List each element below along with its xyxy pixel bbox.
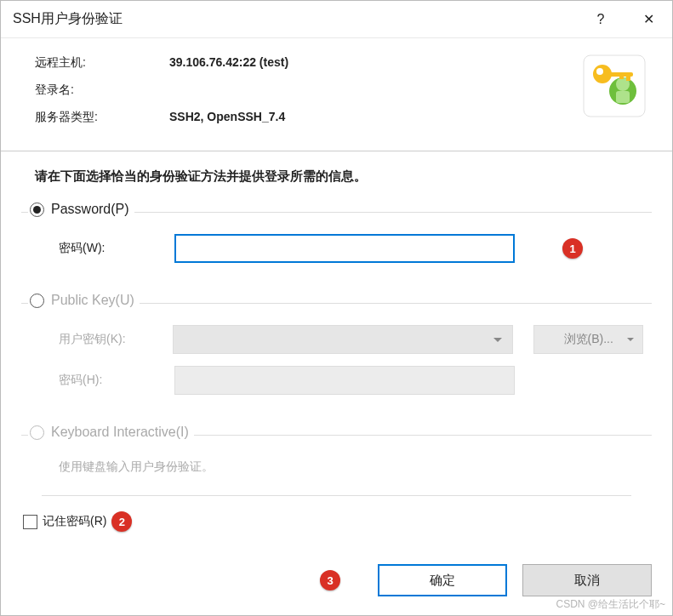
host-label: 远程主机: xyxy=(35,55,169,71)
password-field-label: 密码(W): xyxy=(42,241,174,256)
password-group: Password(P) 密码(W): 1 xyxy=(21,212,652,288)
connection-info: 远程主机: 39.106.76.42:22 (test) 登录名: 服务器类型:… xyxy=(1,38,672,151)
login-label: 登录名: xyxy=(35,83,169,98)
keyboard-radio-label: Keyboard Interactive(I) xyxy=(51,425,189,440)
instruction-text: 请在下面选择恰当的身份验证方法并提供登录所需的信息。 xyxy=(1,151,672,197)
cancel-button-label: 取消 xyxy=(574,573,600,589)
ok-button-label: 确定 xyxy=(430,573,455,589)
password-radio-row[interactable]: Password(P) xyxy=(28,202,134,217)
svg-point-8 xyxy=(596,68,603,75)
keyboard-group: Keyboard Interactive(I) 使用键盘输入用户身份验证。 xyxy=(21,435,652,495)
password-input[interactable] xyxy=(174,234,515,263)
svg-rect-3 xyxy=(616,91,630,103)
browse-button-label: 浏览(B)... xyxy=(564,332,613,347)
close-button[interactable]: ✕ xyxy=(625,1,672,38)
remember-label: 记住密码(R) xyxy=(43,514,106,529)
password-radio-label: Password(P) xyxy=(51,202,129,217)
dialog-title: SSH用户身份验证 xyxy=(13,10,577,28)
svg-rect-6 xyxy=(626,72,630,81)
remember-row[interactable]: 记住密码(R) 2 xyxy=(1,496,672,532)
keyboard-hint: 使用键盘输入用户身份验证。 xyxy=(42,456,643,482)
password-radio[interactable] xyxy=(30,202,44,217)
publickey-radio[interactable] xyxy=(30,294,44,308)
server-type-label: 服务器类型: xyxy=(35,110,169,125)
host-value: 39.106.76.42:22 (test) xyxy=(169,55,288,71)
publickey-radio-label: Public Key(U) xyxy=(51,293,134,308)
help-button[interactable]: ? xyxy=(577,1,625,38)
watermark: CSDN @给生活比个耶~ xyxy=(556,597,665,612)
keyboard-radio xyxy=(30,425,44,440)
ok-button[interactable]: 确定 xyxy=(378,564,507,596)
annotation-2: 2 xyxy=(111,511,132,532)
dialog-window: SSH用户身份验证 ? ✕ 远程主机: 39.106.76.42:22 (tes… xyxy=(0,0,673,616)
button-row: 3 确定 取消 xyxy=(320,564,652,596)
key-password-label: 密码(H): xyxy=(42,373,174,388)
annotation-1: 1 xyxy=(562,238,583,259)
browse-button: 浏览(B)... xyxy=(533,325,643,354)
userkey-combo xyxy=(173,325,513,354)
publickey-radio-row[interactable]: Public Key(U) xyxy=(28,293,140,308)
titlebar: SSH用户身份验证 ? ✕ xyxy=(1,1,672,38)
annotation-3: 3 xyxy=(320,570,340,590)
server-type-value: SSH2, OpenSSH_7.4 xyxy=(169,110,285,125)
publickey-group: Public Key(U) 用户密钥(K): 浏览(B)... 密码(H): xyxy=(21,303,652,419)
keyboard-radio-row: Keyboard Interactive(I) xyxy=(28,425,194,440)
svg-rect-7 xyxy=(619,72,624,79)
remember-checkbox[interactable] xyxy=(23,515,37,529)
userkey-label: 用户密钥(K): xyxy=(42,332,173,347)
key-password-input xyxy=(174,366,515,395)
auth-methods: Password(P) 密码(W): 1 Public Key(U) 用户密钥(… xyxy=(1,212,672,496)
auth-icon xyxy=(582,54,647,118)
cancel-button[interactable]: 取消 xyxy=(522,564,652,596)
